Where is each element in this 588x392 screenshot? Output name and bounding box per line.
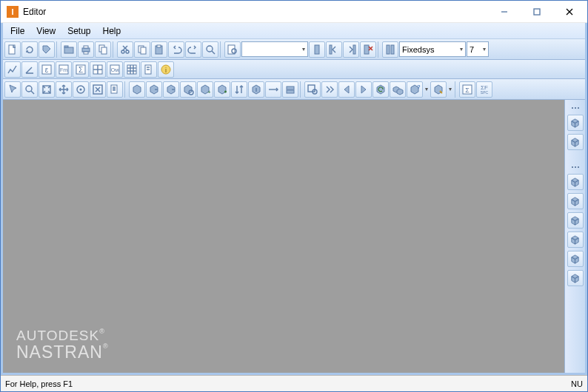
menu-file[interactable]: File [4,24,30,38]
cube-e-button[interactable] [567,251,584,267]
dropdown-arrow-icon[interactable]: ▾ [424,86,430,92]
arrow-left-button[interactable] [338,81,355,98]
svg-rect-17 [141,47,146,54]
menu-help[interactable]: Help [97,24,127,38]
watermark-line2: NASTRAN [16,342,103,362]
move-button[interactable] [265,81,281,98]
svg-rect-25 [330,45,332,54]
clear-bookmark-button[interactable] [360,41,376,58]
font-size-combo[interactable]: 7▾ [467,41,489,57]
refresh-button[interactable] [21,41,38,58]
svg-rect-22 [228,45,235,54]
find-button[interactable] [224,41,241,58]
svg-text:ε: ε [45,66,49,74]
dropdown-arrow-icon[interactable]: ▾ [447,86,453,92]
sigma-box-button[interactable]: Σ [459,81,475,98]
cube-view-2-button[interactable] [567,134,584,150]
box-refresh-button[interactable] [372,81,389,98]
edit-box-button[interactable] [430,81,447,98]
app-icon: I [7,6,19,18]
doc-check-button[interactable] [141,61,157,78]
menu-view[interactable]: View [30,24,61,38]
columns-button[interactable] [382,41,398,58]
svg-rect-19 [157,45,161,47]
angle-button[interactable] [21,61,38,78]
epsilon-button[interactable]: ε [39,61,55,78]
svg-rect-24 [315,45,319,54]
paste-button[interactable] [151,41,167,58]
fm-button[interactable]: Fm [56,61,72,78]
tag-button[interactable] [39,41,55,58]
center-button[interactable] [73,81,89,98]
add-grid-button[interactable]: + [197,81,213,98]
open-button[interactable] [61,41,77,58]
separator-icon [124,81,127,98]
bookmark-button[interactable] [309,41,325,58]
stack-button[interactable] [282,81,298,98]
sigma-spc-button[interactable]: ΣFSPC [476,81,492,98]
svg-rect-5 [64,47,73,53]
fit-page-button[interactable] [90,81,106,98]
close-button[interactable] [553,1,586,22]
box1-button[interactable] [129,81,145,98]
undo-button[interactable] [168,41,184,58]
cube-b-button[interactable] [567,193,584,209]
matrix-button[interactable] [90,61,106,78]
fit-button[interactable] [39,81,55,98]
pan-button[interactable] [56,81,72,98]
svg-rect-9 [84,52,88,54]
copy-button[interactable] [134,41,150,58]
prev-bookmark-button[interactable] [326,41,342,58]
svg-rect-6 [64,46,68,47]
svg-rect-43 [127,65,136,74]
svg-rect-31 [391,45,394,54]
box-plus-button[interactable] [214,81,230,98]
om-button[interactable]: Oм [107,61,123,78]
info-button[interactable]: i [158,61,174,78]
cube-f-button[interactable] [567,270,584,286]
boxes-button[interactable] [390,81,406,98]
statusbar: For Help, press F1 NU [1,375,587,391]
arrow-right-button[interactable] [355,81,372,98]
cube-d-button[interactable] [567,232,584,248]
zoom-button[interactable] [202,41,218,58]
box-arrow-button[interactable] [248,81,264,98]
minimize-button[interactable] [488,1,521,22]
menu-setup[interactable]: Setup [61,24,96,38]
box-in-button[interactable] [163,81,179,98]
svg-rect-67 [308,85,315,92]
find-box-button[interactable] [304,81,321,98]
separator-icon [113,41,116,58]
sigma-button[interactable]: Σ [73,61,89,78]
workarea: AUTODESK® NASTRAN® [3,100,585,373]
print-button[interactable] [78,41,94,58]
zoom-window-button[interactable] [21,81,38,98]
font-combo[interactable]: Fixedsys▾ [399,41,466,57]
cut-button[interactable] [117,41,133,58]
pointer-button[interactable] [4,81,21,98]
copy-all-button[interactable] [95,41,111,58]
box-out-button[interactable] [146,81,162,98]
layers-button[interactable] [107,81,123,98]
cube-c-button[interactable] [567,212,584,229]
svg-text:i: i [165,67,167,74]
watermark-line1: AUTODESK [16,328,99,343]
chevron-button[interactable] [321,81,338,98]
search-field[interactable]: ▾ [241,41,308,57]
redo-button[interactable] [185,41,201,58]
plot-button[interactable] [4,61,21,78]
titlebar: I Editor [1,1,587,23]
new-button[interactable] [4,41,21,58]
sort-button[interactable] [231,81,247,98]
cube-view-1-button[interactable] [567,115,584,131]
help-box-button[interactable]: ? [407,81,423,98]
separator-icon [455,81,458,98]
svg-text:Σ: Σ [78,66,83,74]
maximize-button[interactable] [521,1,553,22]
cube-a-button[interactable] [567,174,584,190]
next-bookmark-button[interactable] [343,41,359,58]
separator-icon [56,41,59,58]
canvas[interactable]: AUTODESK® NASTRAN® [3,100,564,373]
filter-button[interactable] [180,81,196,98]
grid-button[interactable] [124,61,140,78]
